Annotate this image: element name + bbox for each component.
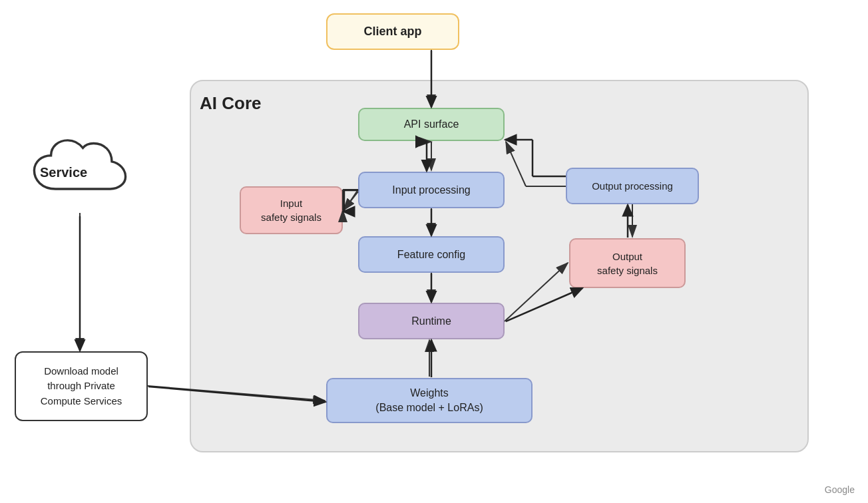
feature-config-label: Feature config [397, 249, 465, 261]
input-safety-box: Inputsafety signals [240, 186, 343, 234]
input-processing-label: Input processing [392, 184, 470, 196]
google-logo: Google [825, 484, 855, 495]
client-app-box: Client app [326, 13, 459, 50]
service-label: Service [40, 165, 87, 180]
runtime-label: Runtime [411, 315, 451, 327]
output-safety-label: Outputsafety signals [597, 250, 658, 277]
client-app-label: Client app [363, 25, 421, 39]
weights-box: Weights(Base model + LoRAs) [326, 378, 533, 423]
api-surface-label: API surface [404, 118, 459, 130]
runtime-box: Runtime [358, 303, 505, 339]
feature-config-box: Feature config [358, 236, 505, 273]
input-safety-label: Inputsafety signals [261, 196, 322, 224]
download-label: Download modelthrough PrivateCompute Ser… [41, 364, 122, 409]
weights-label: Weights(Base model + LoRAs) [375, 386, 483, 416]
output-processing-label: Output processing [592, 180, 673, 192]
output-processing-box: Output processing [566, 168, 699, 204]
ai-core-label: AI Core [200, 93, 261, 114]
output-safety-box: Outputsafety signals [569, 238, 686, 288]
diagram-container: Client app AI Core API surface Input pro… [0, 0, 868, 503]
api-surface-box: API surface [358, 108, 505, 141]
input-processing-box: Input processing [358, 172, 505, 208]
download-box: Download modelthrough PrivateCompute Ser… [15, 351, 148, 421]
